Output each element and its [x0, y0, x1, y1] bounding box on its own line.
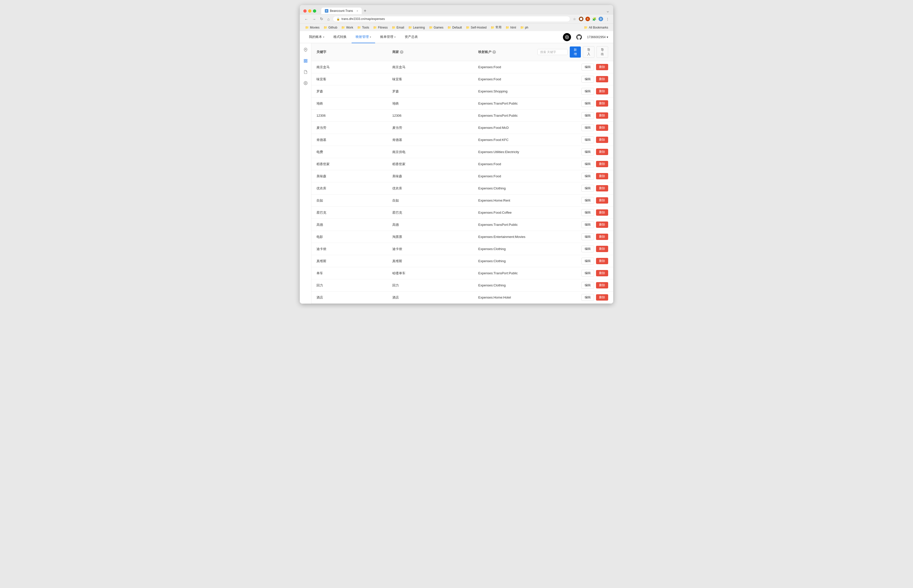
delete-button[interactable]: 删除	[596, 88, 608, 94]
edit-button[interactable]: 编辑	[581, 76, 594, 82]
bookmark-label: 常用	[495, 25, 502, 29]
star-icon[interactable]: ☆	[572, 17, 577, 21]
delete-button[interactable]: 删除	[596, 173, 608, 179]
add-button[interactable]: 新增	[570, 47, 581, 58]
cell-actions: 编辑 删除	[537, 258, 608, 265]
maximize-button[interactable]	[313, 9, 316, 13]
minimize-button[interactable]	[308, 9, 311, 13]
bookmark-games[interactable]: 📁 Games	[427, 25, 445, 30]
home-button[interactable]: ⌂	[326, 16, 330, 22]
delete-button[interactable]: 删除	[596, 161, 608, 167]
delete-button[interactable]: 删除	[596, 209, 608, 216]
delete-button[interactable]: 删除	[596, 149, 608, 155]
active-tab[interactable]: B Beancount-Trans ×	[321, 8, 362, 14]
bookmark-tools[interactable]: 📁 Tools	[355, 25, 371, 30]
edit-button[interactable]: 编辑	[581, 233, 594, 240]
delete-button[interactable]: 删除	[596, 197, 608, 204]
extensions-icon[interactable]: 🧩	[592, 17, 597, 21]
edit-button[interactable]: 编辑	[581, 294, 594, 301]
profile-icon[interactable]: D	[599, 17, 603, 21]
user-badge[interactable]: 17366002954 ▾	[587, 36, 608, 39]
export-button[interactable]: 导出	[597, 46, 608, 58]
edit-button[interactable]: 编辑	[581, 270, 594, 276]
cell-keyword: 肯德基	[316, 138, 392, 142]
svg-point-1	[305, 49, 306, 50]
merchant-info-icon[interactable]: ?	[400, 50, 403, 54]
edit-button[interactable]: 编辑	[581, 88, 594, 95]
refresh-button[interactable]: ↻	[319, 16, 324, 22]
edit-button[interactable]: 编辑	[581, 197, 594, 204]
edit-button[interactable]: 编辑	[581, 221, 594, 228]
delete-button[interactable]: 删除	[596, 282, 608, 288]
search-input[interactable]	[537, 49, 568, 55]
sidebar-location-icon[interactable]	[302, 46, 309, 53]
bookmark-fitness[interactable]: 📁 Fitness	[371, 25, 390, 30]
cell-merchant: 高德	[392, 223, 478, 227]
edit-button[interactable]: 编辑	[581, 64, 594, 71]
github-icon[interactable]	[575, 33, 583, 41]
bookmark-ph[interactable]: 📁 ph	[518, 25, 530, 30]
new-tab-button[interactable]: +	[362, 8, 368, 14]
back-button[interactable]: ←	[303, 16, 309, 22]
edit-button[interactable]: 编辑	[581, 185, 594, 192]
delete-button[interactable]: 删除	[596, 100, 608, 107]
menu-icon[interactable]: ⋮	[605, 17, 610, 21]
bookmark-email[interactable]: 📁 Email	[390, 25, 406, 30]
delete-button[interactable]: 删除	[596, 294, 608, 300]
import-button[interactable]: 导入	[583, 46, 594, 58]
delete-button[interactable]: 删除	[596, 185, 608, 191]
bookmark-self-hosted[interactable]: 📁 Self-Hosted	[464, 25, 488, 30]
edit-button[interactable]: 编辑	[581, 209, 594, 216]
bookmark-default[interactable]: 📁 Default	[446, 25, 464, 30]
delete-button[interactable]: 删除	[596, 137, 608, 143]
delete-button[interactable]: 删除	[596, 64, 608, 70]
delete-button[interactable]: 删除	[596, 112, 608, 119]
delete-button[interactable]: 删除	[596, 234, 608, 240]
tab-close-button[interactable]: ×	[357, 9, 358, 12]
openai-icon[interactable]	[563, 33, 571, 41]
account-info-icon[interactable]: ?	[492, 50, 496, 54]
edit-button[interactable]: 编辑	[581, 161, 594, 168]
bookmark-learning[interactable]: 📁 Learning	[406, 25, 427, 30]
table-row: 地铁 地铁 Expenses:TransPort:Public 编辑 删除	[311, 97, 613, 110]
edit-button[interactable]: 编辑	[581, 173, 594, 179]
bookmark-html[interactable]: 📁 html	[504, 25, 518, 30]
edit-button[interactable]: 编辑	[581, 282, 594, 289]
bookmark-common[interactable]: 📁 常用	[489, 25, 503, 30]
delete-button[interactable]: 删除	[596, 246, 608, 252]
sidebar-settings-icon[interactable]	[302, 79, 309, 87]
bookmark-movies[interactable]: 📁 Movies	[303, 25, 321, 30]
delete-button[interactable]: 删除	[596, 221, 608, 228]
address-bar[interactable]: 🔒 trans.dhr2333.cn/map/expenses	[333, 16, 570, 22]
bookmark-work[interactable]: 📁 Work	[340, 25, 355, 30]
chevron-down-icon: ▾	[370, 36, 371, 39]
cell-actions: 编辑 删除	[537, 185, 608, 192]
bookmark-label: Work	[346, 26, 353, 29]
edit-button[interactable]: 编辑	[581, 246, 594, 252]
nav-bill-manage[interactable]: 账单管理 ▾	[376, 31, 400, 43]
edit-button[interactable]: 编辑	[581, 136, 594, 143]
folder-icon: 📁	[520, 26, 524, 29]
table-row: 味宜客 味宜客 Expenses:Food 编辑 删除	[311, 73, 613, 86]
delete-button[interactable]: 删除	[596, 76, 608, 82]
edit-button[interactable]: 编辑	[581, 124, 594, 131]
edit-button[interactable]: 编辑	[581, 100, 594, 107]
delete-button[interactable]: 删除	[596, 270, 608, 276]
delete-button[interactable]: 删除	[596, 258, 608, 264]
close-button[interactable]	[303, 9, 307, 13]
nav-asset-summary[interactable]: 资产总表	[401, 31, 422, 43]
edit-button[interactable]: 编辑	[581, 258, 594, 265]
edit-button[interactable]: 编辑	[581, 112, 594, 119]
extension-icon-1[interactable]	[579, 17, 583, 21]
all-bookmarks[interactable]: 📁 All Bookmarks	[583, 25, 610, 30]
sidebar-grid-icon[interactable]	[302, 57, 309, 65]
bookmark-github[interactable]: 📁 Github	[322, 25, 339, 30]
edit-button[interactable]: 编辑	[581, 149, 594, 155]
extension-icon-2[interactable]: S	[585, 17, 590, 21]
delete-button[interactable]: 删除	[596, 124, 608, 131]
nav-my-account[interactable]: 我的账本 ▾	[305, 31, 329, 43]
forward-button[interactable]: →	[311, 16, 317, 22]
nav-format-convert[interactable]: 格式转换	[329, 31, 351, 43]
nav-mapping[interactable]: 映射管理 ▾	[351, 31, 375, 43]
sidebar-document-icon[interactable]	[302, 68, 309, 76]
